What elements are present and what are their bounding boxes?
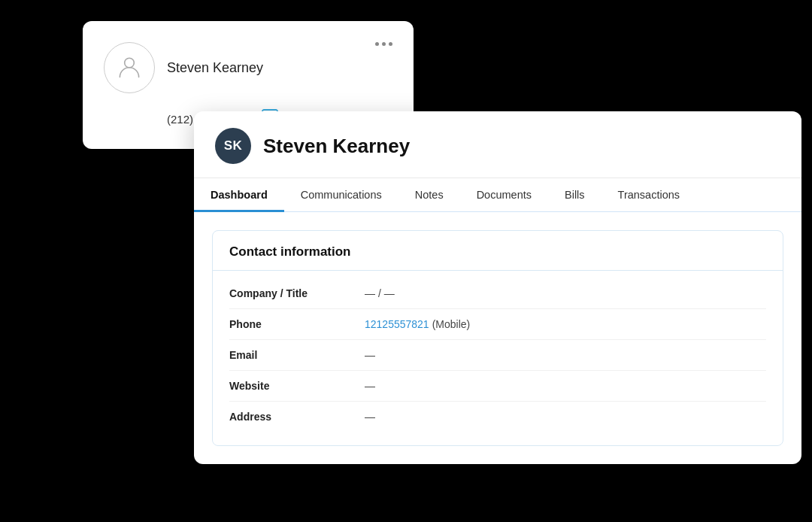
- bg-contact-name: Steven Kearney: [167, 60, 263, 76]
- field-value-email: —: [365, 349, 375, 361]
- avatar-circle: [104, 42, 155, 93]
- bg-card-header: Steven Kearney: [104, 42, 392, 93]
- field-value-phone: 12125557821(Mobile): [365, 318, 470, 330]
- tab-communications[interactable]: Communications: [284, 178, 398, 212]
- tab-notes[interactable]: Notes: [398, 178, 460, 212]
- field-label-website: Website: [229, 380, 365, 392]
- table-row: Email —: [229, 340, 766, 371]
- field-label-address: Address: [229, 411, 365, 423]
- table-row: Phone 12125557821(Mobile): [229, 309, 766, 340]
- field-label-company: Company / Title: [229, 287, 365, 299]
- foreground-card: SK Steven Kearney Dashboard Communicatio…: [194, 111, 801, 464]
- contact-name: Steven Kearney: [263, 135, 410, 158]
- dots-menu[interactable]: [375, 42, 392, 46]
- fg-content: Contact information Company / Title — / …: [194, 212, 801, 464]
- field-value-company: — / —: [365, 287, 395, 299]
- phone-link[interactable]: 12125557821: [365, 318, 429, 330]
- tab-transactions[interactable]: Transactions: [601, 178, 696, 212]
- table-row: Address —: [229, 402, 766, 432]
- dot-2: [382, 42, 386, 46]
- section-title: Contact information: [229, 244, 351, 259]
- field-value-website: —: [365, 380, 375, 392]
- tab-bills[interactable]: Bills: [548, 178, 601, 212]
- contact-avatar: SK: [215, 128, 251, 164]
- dot-3: [389, 42, 392, 46]
- table-row: Website —: [229, 371, 766, 402]
- bg-card-name-row: Steven Kearney: [104, 42, 263, 93]
- contact-info-table: Company / Title — / — Phone 12125557821(…: [213, 271, 783, 445]
- contact-info-section: Contact information Company / Title — / …: [212, 230, 783, 446]
- fg-header: SK Steven Kearney: [194, 111, 801, 178]
- mobile-label: (Mobile): [432, 318, 471, 330]
- section-title-row: Contact information: [213, 231, 783, 271]
- dot-1: [375, 42, 379, 46]
- field-label-email: Email: [229, 349, 365, 361]
- field-label-phone: Phone: [229, 318, 365, 330]
- person-icon: [116, 53, 143, 83]
- tab-documents[interactable]: Documents: [460, 178, 548, 212]
- tab-bar: Dashboard Communications Notes Documents…: [194, 178, 801, 212]
- svg-point-0: [125, 58, 135, 68]
- tab-dashboard[interactable]: Dashboard: [194, 178, 284, 212]
- table-row: Company / Title — / —: [229, 278, 766, 309]
- field-value-address: —: [365, 411, 375, 423]
- avatar-initials: SK: [224, 138, 243, 153]
